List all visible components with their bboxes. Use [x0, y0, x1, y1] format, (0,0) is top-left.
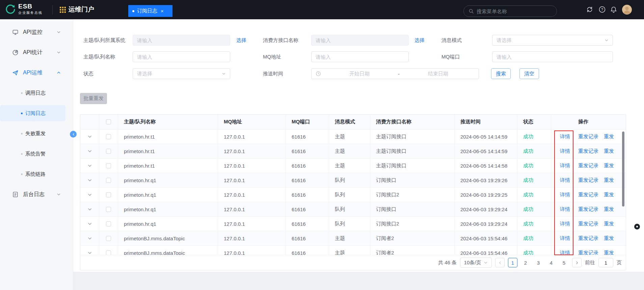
sidebar-collapse-button[interactable]: [70, 131, 77, 138]
row-checkbox[interactable]: [106, 236, 111, 241]
tab-subscribe-log[interactable]: 订阅日志 ×: [128, 5, 172, 17]
start-date-placeholder[interactable]: 开始日期: [323, 71, 396, 77]
resend-link[interactable]: 重发: [604, 221, 614, 227]
cell-mq-addr: 127.0.0.1: [218, 231, 286, 245]
resend-record-link[interactable]: 重发记录: [578, 235, 598, 242]
menu-search-box[interactable]: [463, 5, 557, 17]
consumer-select-link[interactable]: 选择: [414, 35, 425, 46]
expand-row-icon[interactable]: [87, 163, 92, 168]
resend-record-link[interactable]: 重发记录: [578, 206, 598, 213]
resend-record-link[interactable]: 重发记录: [578, 148, 598, 154]
header-mq-port: MQ端口: [286, 115, 329, 129]
resend-record-link[interactable]: 重发记录: [578, 192, 598, 198]
expand-row-icon[interactable]: [87, 134, 92, 139]
page-5-button[interactable]: 5: [559, 258, 569, 267]
mode-select[interactable]: 请选择: [492, 35, 613, 46]
sidebar-item-api-stats[interactable]: API统计: [0, 44, 73, 61]
resend-record-link[interactable]: 重发记录: [578, 221, 598, 227]
page-2-button[interactable]: 2: [521, 258, 530, 267]
resend-record-link[interactable]: 重发记录: [578, 177, 598, 184]
mq-port-input[interactable]: [492, 51, 613, 62]
system-input[interactable]: [133, 35, 230, 46]
actions-cell: 详情 重发记录 重发: [551, 129, 625, 144]
detail-link[interactable]: 详情: [560, 235, 570, 242]
detail-link[interactable]: 详情: [560, 221, 570, 227]
expand-row-icon[interactable]: [87, 192, 92, 197]
sidebar-item-backend-log[interactable]: 后台日志: [0, 186, 73, 202]
select-all-checkbox[interactable]: [106, 119, 111, 124]
detail-link[interactable]: 详情: [560, 177, 570, 184]
expand-row-icon[interactable]: [87, 236, 92, 241]
consumer-input[interactable]: [311, 35, 409, 46]
cell-push-time: 2024-06-03 19:29:25: [455, 188, 517, 202]
resend-record-link[interactable]: 重发记录: [578, 163, 598, 169]
avatar[interactable]: [622, 5, 632, 15]
cell-mq-port: 61616: [286, 217, 329, 231]
cell-topic: primeton.hr.t1: [118, 129, 218, 144]
search-button[interactable]: 搜索: [491, 68, 511, 79]
sidebar-item-failed-resend[interactable]: 失败重发: [0, 125, 65, 142]
expand-row-icon[interactable]: [87, 221, 92, 226]
row-checkbox[interactable]: [106, 192, 111, 197]
batch-resend-button[interactable]: 批量重发: [80, 93, 107, 104]
sidebar-item-system-alert[interactable]: 系统告警: [0, 146, 65, 162]
clear-button[interactable]: 清空: [519, 68, 539, 79]
resend-record-link[interactable]: 重发记录: [578, 250, 598, 256]
row-checkbox[interactable]: [106, 134, 111, 139]
tab-close-icon[interactable]: ×: [161, 8, 164, 14]
next-page-button[interactable]: [572, 258, 582, 267]
expand-row-icon[interactable]: [87, 207, 92, 212]
switch-icon[interactable]: [586, 6, 593, 13]
detail-link[interactable]: 详情: [560, 192, 570, 198]
resend-record-link[interactable]: 重发记录: [578, 134, 598, 140]
push-time-range-picker[interactable]: 开始日期 - 结束日期: [311, 68, 479, 79]
expand-row-icon[interactable]: [87, 250, 92, 255]
cell-push-time: 2024-06-03 19:29:24: [455, 217, 517, 231]
detail-link[interactable]: 详情: [560, 163, 570, 169]
page-3-button[interactable]: 3: [534, 258, 543, 267]
actions-cell: 详情 重发记录 重发: [551, 202, 625, 216]
topic-input[interactable]: [133, 51, 230, 62]
detail-link[interactable]: 详情: [560, 148, 570, 154]
row-checkbox[interactable]: [106, 250, 111, 256]
row-checkbox[interactable]: [106, 221, 111, 226]
page-1-button[interactable]: 1: [508, 258, 517, 267]
row-checkbox[interactable]: [106, 207, 111, 212]
resend-link[interactable]: 重发: [604, 206, 614, 213]
help-icon[interactable]: ?: [598, 6, 606, 13]
sidebar-item-subscribe-log[interactable]: 订阅日志: [0, 105, 65, 121]
sidebar-item-call-log[interactable]: 调用日志: [0, 85, 65, 101]
detail-link[interactable]: 详情: [560, 134, 570, 140]
end-date-placeholder[interactable]: 结束日期: [402, 71, 475, 77]
prev-page-button[interactable]: [495, 258, 505, 267]
svg-text:?: ?: [601, 7, 603, 11]
goto-page-input[interactable]: [598, 258, 613, 267]
sidebar-item-api-ops[interactable]: API运维: [0, 65, 73, 81]
sidebar-item-system-link[interactable]: 系统链路: [0, 166, 65, 182]
detail-link[interactable]: 详情: [560, 206, 570, 213]
detail-link[interactable]: 详情: [560, 250, 570, 256]
system-select-link[interactable]: 选择: [236, 35, 246, 46]
mq-addr-input[interactable]: [311, 51, 409, 62]
page-4-button[interactable]: 4: [546, 258, 556, 267]
resend-link[interactable]: 重发: [604, 148, 614, 154]
resend-link[interactable]: 重发: [604, 235, 614, 242]
row-checkbox[interactable]: [106, 149, 111, 154]
table-scrollbar-thumb[interactable]: [622, 131, 624, 207]
menu-search-input[interactable]: [477, 8, 552, 14]
checkbox-cell: [99, 202, 118, 216]
expand-row-icon[interactable]: [87, 178, 92, 183]
resend-link[interactable]: 重发: [604, 134, 614, 140]
status-select[interactable]: 请选择: [133, 68, 230, 79]
header-consumer: 消费方接口名称: [370, 115, 455, 129]
page-size-select[interactable]: 10条/页: [460, 258, 492, 268]
resend-link[interactable]: 重发: [604, 250, 614, 256]
resend-link[interactable]: 重发: [604, 192, 614, 198]
row-checkbox[interactable]: [106, 163, 111, 168]
sidebar-item-api-monitor[interactable]: API监控: [0, 24, 73, 40]
expand-row-icon[interactable]: [87, 149, 92, 153]
row-checkbox[interactable]: [106, 178, 111, 183]
bell-icon[interactable]: [610, 6, 617, 13]
resend-link[interactable]: 重发: [604, 163, 614, 169]
resend-link[interactable]: 重发: [604, 177, 614, 184]
